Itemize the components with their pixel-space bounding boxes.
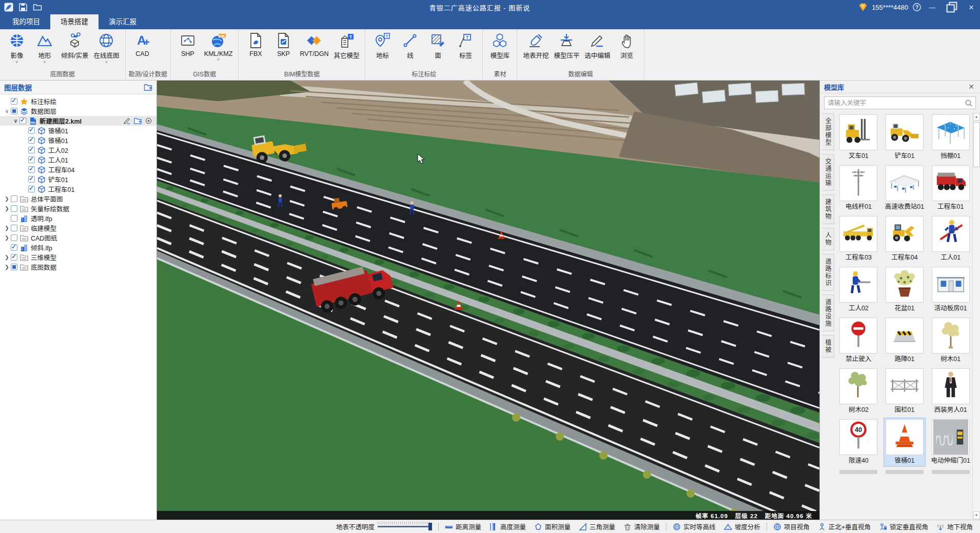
tree-expander-icon[interactable]: ❯ — [3, 196, 11, 202]
model-scrollbar[interactable]: ▲ ▼ — [972, 112, 980, 520]
status-distance-measure[interactable]: 距离测量 — [445, 522, 481, 531]
model-category-tab-6[interactable]: 植被 — [822, 335, 834, 358]
model-category-tab-2[interactable]: 建筑物 — [822, 194, 834, 224]
tree-row-oblique-lfp[interactable]: 倾斜.lfp — [0, 243, 156, 252]
model-card[interactable]: 工程车03 — [838, 215, 879, 263]
account-label[interactable]: 155****4480 — [872, 4, 908, 11]
ribbon-item-model-flatten[interactable]: 模型压平 — [551, 31, 582, 65]
tree-row-data-layers[interactable]: ∨数据图层 — [0, 106, 156, 116]
model-card[interactable]: 铲车01 — [884, 113, 926, 162]
model-card[interactable]: 树木02 — [838, 367, 879, 416]
status-clear-measure[interactable]: 清除测量 — [623, 522, 660, 531]
model-category-tab-1[interactable]: 交通运输 — [822, 154, 834, 191]
tree-row-vector-plot-data[interactable]: ❯矢量标绘数据 — [0, 204, 156, 213]
search-icon[interactable] — [965, 99, 973, 107]
status-lock-vertical-view[interactable]: 锁定垂直视角 — [879, 522, 928, 531]
tree-checkbox[interactable] — [11, 234, 17, 241]
tree-row-transparent-lfp[interactable]: 透明.lfp — [0, 213, 156, 223]
status-height-measure[interactable]: 高度测量 — [489, 522, 526, 531]
tab-presentation[interactable]: 演示汇报 — [99, 14, 147, 29]
model-category-tab-5[interactable]: 道路设施 — [822, 294, 834, 331]
edit-layer-icon[interactable] — [123, 117, 131, 125]
surface-opacity-slider[interactable] — [378, 526, 431, 527]
ribbon-item-browse[interactable]: 浏览 — [613, 31, 641, 65]
tree-checkbox[interactable] — [28, 127, 35, 134]
model-category-tab-0[interactable]: 全部模型 — [822, 113, 834, 150]
close-panel-icon[interactable]: ✕ — [967, 83, 976, 91]
model-card[interactable]: 工程车01 — [930, 164, 971, 212]
model-card[interactable]: 叉车01 — [838, 113, 879, 162]
model-category-tab-3[interactable]: 人物 — [822, 228, 834, 250]
model-card[interactable]: 活动板房01 — [930, 266, 971, 314]
ribbon-item-fbx[interactable]: FBX — [242, 31, 269, 63]
tree-checkbox[interactable] — [11, 205, 17, 212]
ribbon-item-line[interactable]: 线 — [396, 31, 424, 65]
ribbon-item-model-library[interactable]: 模型库 — [486, 31, 514, 65]
tree-checkbox[interactable] — [11, 215, 17, 222]
tree-row-cone-01-a[interactable]: 锥桶01 — [0, 126, 156, 135]
scroll-up-icon[interactable]: ▲ — [973, 113, 980, 121]
tree-expander-icon[interactable]: ❯ — [3, 206, 11, 211]
chevron-down-icon[interactable]: ˅ — [217, 57, 220, 63]
status-area-measure[interactable]: 面积测量 — [534, 522, 571, 531]
ribbon-item-other-model[interactable]: T其它模型 — [331, 31, 362, 65]
status-project-view[interactable]: 项目视角 — [773, 522, 810, 531]
status-slope-analysis[interactable]: 坡度分析 — [724, 522, 760, 531]
tree-checkbox[interactable] — [11, 264, 17, 270]
model-card[interactable]: 西装男人01 — [930, 367, 971, 416]
model-card[interactable]: 高速收费站01 — [884, 164, 926, 212]
tree-checkbox[interactable] — [28, 147, 35, 153]
scroll-down-icon[interactable]: ▼ — [973, 511, 980, 519]
tree-checkbox[interactable] — [28, 186, 35, 192]
status-underground-view[interactable]: 地下视角 — [936, 522, 973, 531]
tree-checkbox[interactable] — [28, 176, 35, 183]
open-folder-icon[interactable] — [33, 3, 42, 12]
ribbon-item-skp[interactable]: SKP — [269, 31, 297, 63]
model-card[interactable]: 禁止驶入 — [838, 317, 879, 365]
model-card[interactable]: 围栏01 — [884, 367, 926, 416]
add-layer-folder-icon[interactable] — [144, 83, 152, 91]
model-card[interactable]: 路障01 — [884, 317, 926, 365]
restore-button[interactable] — [943, 0, 961, 14]
slider-thumb[interactable] — [428, 523, 432, 530]
model-card[interactable]: 工人01 — [930, 215, 971, 263]
tree-checkbox[interactable] — [11, 98, 17, 105]
tree-row-truck-01[interactable]: 工程车01 — [0, 184, 156, 194]
model-category-tab-4[interactable]: 道路标识 — [822, 254, 834, 291]
tree-row-temp-models[interactable]: ❯临建模型 — [0, 223, 156, 233]
tree-checkbox[interactable] — [19, 117, 26, 124]
model-card[interactable]: 花盆01 — [884, 266, 926, 314]
tree-row-models-3d[interactable]: ❯三维模型 — [0, 252, 156, 262]
tree-row-new-layer-2[interactable]: ∨KML新建图层2.kml — [0, 116, 156, 126]
tree-row-cad-drawings[interactable]: ❯CAD图纸 — [0, 233, 156, 243]
tree-checkbox[interactable] — [11, 225, 17, 231]
tree-checkbox[interactable] — [11, 108, 17, 114]
tree-row-loader-01[interactable]: 铲车01 — [0, 174, 156, 184]
tree-row-basemap-data[interactable]: ❯底图数据 — [0, 262, 156, 272]
model-card[interactable]: 电线杆01 — [838, 164, 879, 212]
model-card[interactable]: 树木01 — [930, 317, 971, 365]
tree-expander-icon[interactable]: ❯ — [3, 254, 11, 260]
tree-row-master-plan[interactable]: ❯总体平面图 — [0, 194, 156, 204]
tree-checkbox[interactable] — [11, 195, 17, 202]
tree-expander-icon[interactable]: ❯ — [3, 225, 11, 231]
tree-expander-icon[interactable]: ∨ — [3, 108, 11, 114]
ribbon-item-select-edit[interactable]: 选中编辑 — [582, 31, 613, 65]
ribbon-item-kml-kmz[interactable]: KMLKML/KMZ˅ — [202, 31, 236, 63]
scrollbar-thumb[interactable] — [973, 122, 980, 167]
tree-row-cone-01-b[interactable]: 锥桶01 — [0, 135, 156, 145]
tree-expander-icon[interactable]: ∨ — [12, 118, 19, 124]
vip-icon[interactable]: V — [858, 3, 868, 12]
ribbon-item-cad[interactable]: ACAD — [129, 31, 156, 63]
ribbon-item-label-tag[interactable]: T标签 — [452, 31, 479, 65]
ribbon-item-online-basemap[interactable]: 在线底图˅ — [91, 31, 122, 65]
chevron-down-icon[interactable]: ˅ — [105, 60, 108, 65]
model-card[interactable]: 锥桶01 — [884, 418, 926, 466]
chevron-down-icon[interactable]: ˅ — [15, 60, 18, 65]
tree-checkbox[interactable] — [11, 254, 17, 261]
tree-row-annotation[interactable]: 标注标绘 — [0, 96, 156, 106]
viewport-3d[interactable]: 帧率 61.09层级 22距地面 40.96 米 — [157, 81, 819, 520]
model-card[interactable]: 工程车04 — [884, 215, 926, 263]
ribbon-item-imagery[interactable]: 影像˅ — [3, 31, 31, 65]
tree-checkbox[interactable] — [11, 244, 17, 251]
